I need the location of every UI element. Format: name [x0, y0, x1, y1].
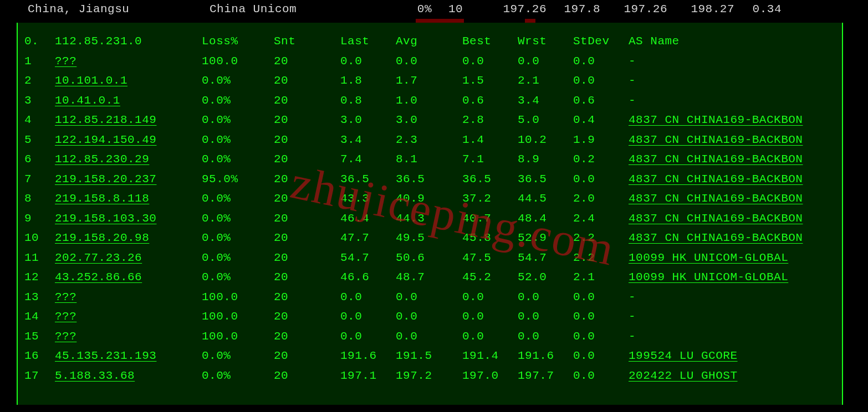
hop-loss: 0.0%	[202, 212, 274, 225]
hop-stdev: 2.0	[573, 192, 629, 205]
hop-as: -	[629, 74, 823, 87]
hop-ip: 122.194.150.49	[55, 133, 202, 146]
hop-row: 13 ??? 100.0 20 0.0 0.0 0.0 0.0 0.0 -	[24, 287, 842, 307]
hop-row: 8 219.158.8.118 0.0% 20 43.3 40.9 37.2 4…	[24, 189, 842, 209]
hop-row: 9 219.158.103.30 0.0% 20 46.4 44.3 40.7 …	[24, 209, 842, 229]
hop-last: 47.7	[340, 231, 396, 244]
hop-stdev: 0.0	[573, 55, 629, 68]
hop-row: 5 122.194.150.49 0.0% 20 3.4 2.3 1.4 10.…	[24, 130, 842, 150]
hop-number: 12	[24, 271, 55, 284]
hop-as: -	[629, 55, 823, 68]
hop-wrst: 44.5	[518, 192, 573, 205]
hop-snt: 20	[274, 74, 340, 87]
hop-last: 197.1	[340, 369, 396, 382]
hop-ip: 112.85.218.149	[55, 114, 202, 126]
hop-stdev: 0.2	[573, 153, 629, 166]
hop-best: 0.0	[462, 55, 518, 68]
hop-stdev: 2.1	[573, 271, 629, 284]
hop-best: 40.7	[462, 212, 518, 225]
summary-header: China, Jiangsu China Unicom 0% 10 197.26…	[0, 0, 868, 18]
hop-avg: 1.0	[396, 94, 462, 107]
hop-last: 1.8	[340, 74, 396, 87]
hop-wrst: 0.0	[518, 55, 573, 68]
hop-number: 17	[24, 369, 55, 382]
hop-snt: 20	[274, 369, 340, 382]
hop-best: 1.5	[462, 74, 518, 87]
hop-number: 6	[24, 153, 55, 166]
header-v3: 197.26	[600, 3, 667, 16]
hop-snt: 20	[274, 291, 340, 303]
hop-ip: 10.41.0.1	[55, 94, 202, 107]
hop-loss: 100.0	[202, 330, 274, 343]
hop-last: 191.6	[340, 349, 396, 362]
hop-stdev: 2.2	[573, 231, 629, 244]
hop-loss: 0.0%	[202, 153, 274, 166]
hop-loss: 0.0%	[202, 133, 274, 146]
hop-as: -	[629, 291, 823, 303]
hop-wrst: 0.0	[518, 330, 573, 343]
hop-loss: 0.0%	[202, 74, 274, 87]
hop-ip: 10.101.0.1	[55, 74, 202, 87]
col-header-ip: 112.85.231.0	[55, 35, 202, 48]
col-header-last: Last	[340, 35, 396, 48]
hop-avg: 0.0	[396, 55, 462, 68]
hop-number: 8	[24, 192, 55, 205]
hop-wrst: 191.6	[518, 349, 573, 362]
hop-loss: 100.0	[202, 55, 274, 68]
hop-row: 4 112.85.218.149 0.0% 20 3.0 3.0 2.8 5.0…	[24, 110, 842, 130]
hop-avg: 36.5	[396, 173, 462, 186]
hop-loss: 0.0%	[202, 271, 274, 284]
hop-snt: 20	[274, 94, 340, 107]
col-header-wrst: Wrst	[518, 35, 573, 48]
hop-avg: 1.7	[396, 74, 462, 87]
hop-best: 7.1	[462, 153, 518, 166]
hop-loss: 0.0%	[202, 192, 274, 205]
hop-ip: 219.158.8.118	[55, 192, 202, 205]
hop-last: 0.0	[340, 291, 396, 303]
hop-best: 0.0	[462, 310, 518, 323]
hop-wrst: 3.4	[518, 94, 573, 107]
hop-number: 13	[24, 291, 55, 303]
red-indicator-2	[525, 19, 535, 23]
hop-stdev: 0.6	[573, 94, 629, 107]
hop-best: 2.8	[462, 114, 518, 126]
header-isp: China Unicom	[210, 3, 341, 16]
hop-avg: 0.0	[396, 291, 462, 303]
hop-number: 3	[24, 94, 55, 107]
col-header-snt: Snt	[274, 35, 340, 48]
header-v1: 197.26	[465, 3, 547, 16]
hop-ip: ???	[55, 330, 202, 343]
hop-last: 0.0	[340, 310, 396, 323]
hop-avg: 191.5	[396, 349, 462, 362]
hop-as: 199524 LU GCORE	[629, 349, 823, 362]
hop-row: 12 43.252.86.66 0.0% 20 46.6 48.7 45.2 5…	[24, 267, 842, 287]
header-count: 10	[448, 3, 465, 16]
hop-last: 0.0	[340, 330, 396, 343]
hop-as: -	[629, 310, 823, 323]
hop-row: 7 219.158.20.237 95.0% 20 36.5 36.5 36.5…	[24, 169, 842, 189]
hop-loss: 0.0%	[202, 231, 274, 244]
col-header-avg: Avg	[396, 35, 462, 48]
hop-number: 7	[24, 173, 55, 186]
hop-as: -	[629, 330, 823, 343]
hop-best: 45.8	[462, 231, 518, 244]
hop-loss: 100.0	[202, 291, 274, 303]
hop-stdev: 0.0	[573, 330, 629, 343]
hop-row: 10 219.158.20.98 0.0% 20 47.7 49.5 45.8 …	[24, 228, 842, 248]
hop-loss: 95.0%	[202, 173, 274, 186]
hop-last: 46.4	[340, 212, 396, 225]
header-v5: 0.34	[734, 3, 782, 16]
col-header-hop: 0.	[24, 35, 55, 48]
header-loss: 0%	[341, 3, 448, 16]
hop-as: 202422 LU GHOST	[629, 369, 823, 382]
hop-snt: 20	[274, 310, 340, 323]
hop-avg: 0.0	[396, 310, 462, 323]
col-header-stdev: StDev	[573, 35, 629, 48]
hop-snt: 20	[274, 271, 340, 284]
hop-as: 4837 CN CHINA169-BACKBON	[629, 231, 823, 244]
hop-row: 14 ??? 100.0 20 0.0 0.0 0.0 0.0 0.0 -	[24, 307, 842, 327]
hop-ip: 202.77.23.26	[55, 251, 202, 264]
header-v2: 197.8	[547, 3, 600, 16]
hop-loss: 0.0%	[202, 369, 274, 382]
hop-number: 11	[24, 251, 55, 264]
